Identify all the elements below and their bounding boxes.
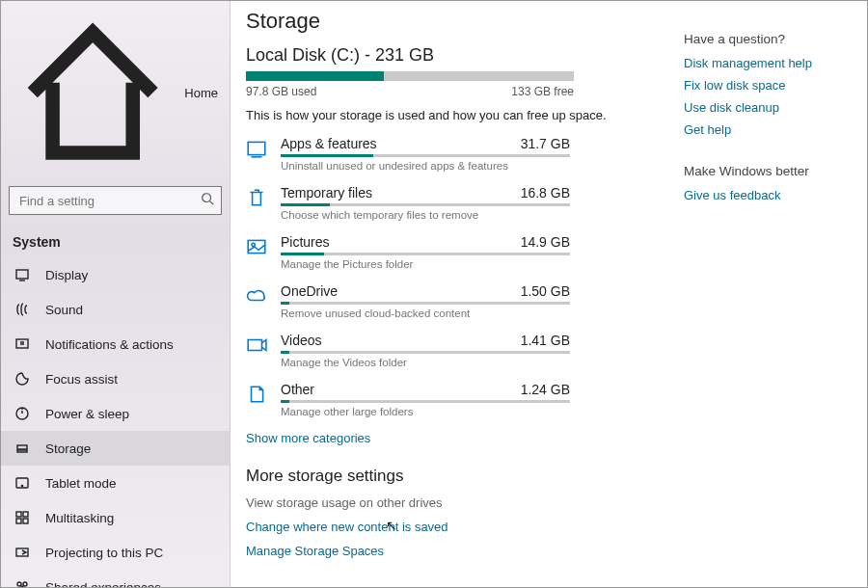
svg-rect-23 [248,340,261,351]
category-size: 1.24 GB [521,382,570,397]
svg-rect-11 [23,519,28,523]
sidebar-item-label: Sound [45,303,83,317]
focus-assist-icon [14,371,30,387]
tablet-mode-icon [14,475,30,491]
category-bar [281,400,570,403]
content-pane: Storage Local Disk (C:) - 231 GB 97.8 GB… [231,1,674,587]
category-size: 16.8 GB [521,185,570,200]
sidebar-item-label: Multitasking [45,511,114,525]
feedback-link[interactable]: Give us feedback [684,188,857,202]
category-sub: Uninstall unused or undesired apps & fea… [281,160,651,172]
svg-rect-5 [17,450,27,452]
other-icon [246,384,267,405]
svg-rect-10 [16,519,21,523]
question-heading: Have a question? [684,32,857,46]
page-title: Storage [246,9,651,34]
sidebar-item-sound[interactable]: Sound [1,292,230,327]
category-bar [281,203,570,206]
category-sub: Remove unused cloud-backed content [281,307,651,319]
svg-rect-9 [23,512,28,517]
sidebar-item-label: Shared experiences [45,580,161,587]
svg-point-22 [252,243,255,246]
sidebar-item-display[interactable]: Display [1,257,230,292]
help-link-0[interactable]: Disk management help [684,56,857,70]
category-videos[interactable]: Videos1.41 GBManage the Videos folder [246,333,651,368]
sidebar-item-power-sleep[interactable]: Power & sleep [1,396,230,431]
help-link-1[interactable]: Fix low disk space [684,78,857,93]
sidebar-item-label: Storage [45,441,91,456]
sidebar-item-tablet-mode[interactable]: Tablet mode [1,466,230,500]
sidebar-item-multitasking[interactable]: Multitasking [1,500,230,535]
home-nav[interactable]: Home [1,7,230,178]
storage-icon [14,441,30,456]
description: This is how your storage is used and how… [246,108,651,122]
category-bar [281,154,570,157]
sidebar-item-label: Power & sleep [45,407,129,421]
main-area: Storage Local Disk (C:) - 231 GB 97.8 GB… [231,1,867,587]
help-link-2[interactable]: Use disk cleanup [684,100,857,115]
sidebar-item-focus-assist[interactable]: Focus assist [1,361,230,396]
sidebar-item-label: Notifications & actions [45,337,174,352]
sidebar-item-shared-experiences[interactable]: Shared experiences [1,570,230,587]
help-aside: Have a question? Disk management helpFix… [674,1,867,587]
search-icon [201,192,214,208]
category-name: Videos [281,333,322,348]
disk-title: Local Disk (C:) - 231 GB [246,45,651,66]
category-sub: Manage the Pictures folder [281,258,651,270]
trash-icon [246,187,267,208]
manage-storage-spaces-link[interactable]: Manage Storage Spaces [246,544,651,558]
sidebar-item-notifications[interactable]: Notifications & actions [1,327,230,361]
disk-usage-bar [246,71,574,81]
sidebar-item-storage[interactable]: Storage [1,431,230,466]
svg-rect-4 [17,445,27,449]
category-sub: Manage other large folders [281,406,651,417]
category-sub: Manage the Videos folder [281,357,651,368]
category-onedrive[interactable]: OneDrive1.50 GBRemove unused cloud-backe… [246,283,651,319]
category-bar [281,351,570,354]
category-name: Pictures [281,234,330,250]
category-name: Temporary files [281,185,372,200]
category-size: 14.9 GB [521,234,570,250]
view-other-drives-link[interactable]: View storage usage on other drives [246,495,651,510]
category-size: 1.50 GB [521,283,570,299]
category-pictures[interactable]: Pictures14.9 GBManage the Pictures folde… [246,234,651,270]
sidebar-item-label: Tablet mode [45,476,117,491]
change-save-location-link[interactable]: Change where new content is saved [246,520,651,534]
cloud-icon [246,285,267,307]
category-size: 31.7 GB [521,136,570,151]
sound-icon [14,302,30,317]
sidebar-item-projecting[interactable]: Projecting to this PC [1,535,230,570]
search-box [9,186,222,215]
display-icon [14,267,30,282]
svg-point-0 [203,194,211,202]
show-more-categories-link[interactable]: Show more categories [246,431,651,445]
sidebar-item-label: Focus assist [45,372,118,387]
category-name: Other [281,382,314,397]
category-name: OneDrive [281,283,338,299]
section-label: System [1,225,230,257]
notifications-icon [14,336,30,352]
more-settings-heading: More storage settings [246,467,651,486]
feedback-heading: Make Windows better [684,164,857,178]
category-size: 1.41 GB [521,333,570,348]
category-bar [281,253,570,255]
category-temporary-files[interactable]: Temporary files16.8 GBChoose which tempo… [246,185,651,221]
apps-icon [246,138,267,159]
home-label: Home [184,86,218,100]
multitasking-icon [14,510,30,525]
help-link-3[interactable]: Get help [684,122,857,137]
category-other[interactable]: Other1.24 GBManage other large folders [246,382,651,417]
shared-experiences-icon [14,579,30,587]
home-icon [13,13,173,173]
category-apps-features[interactable]: Apps & features31.7 GBUninstall unused o… [246,136,651,172]
svg-point-7 [21,486,22,487]
sidebar-item-label: Display [45,268,88,282]
free-label: 133 GB free [511,85,574,98]
svg-rect-8 [16,512,21,517]
projecting-icon [14,545,30,560]
category-sub: Choose which temporary files to remove [281,209,651,221]
category-bar [281,302,570,305]
pictures-icon [246,236,267,257]
svg-rect-20 [248,142,265,154]
search-input[interactable] [9,186,222,215]
